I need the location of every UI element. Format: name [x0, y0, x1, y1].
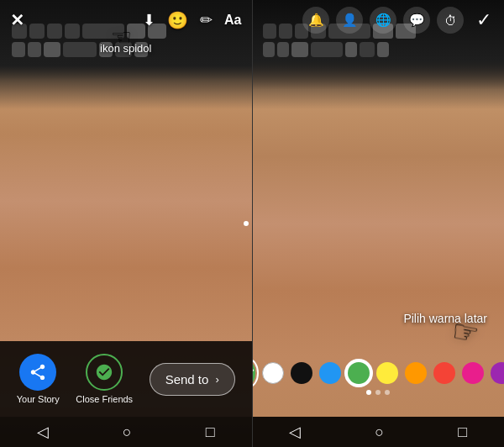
close-friends-label: Close Friends — [76, 394, 133, 404]
marker-icon[interactable]: ✏ — [200, 11, 213, 29]
color-black[interactable] — [291, 362, 312, 384]
nav-bar-right: ◁ ○ □ — [253, 417, 505, 447]
right-toolbar-icons: 🔔 👤 🌐 💬 ⏱ ✓ — [302, 7, 497, 34]
check-icon[interactable]: ✓ — [470, 7, 497, 34]
color-orange[interactable] — [405, 362, 427, 384]
color-red[interactable] — [433, 362, 455, 384]
color-purple[interactable] — [491, 362, 504, 384]
right-toolbar: 🔔 👤 🌐 💬 ⏱ ✓ — [253, 0, 505, 40]
sticker-icon[interactable]: 🙂 — [167, 10, 188, 30]
hand-cursor-left: ☞ — [111, 24, 132, 51]
color-blue[interactable] — [319, 362, 341, 384]
text-icon[interactable]: Aa — [224, 13, 241, 28]
bottom-bar-left: Your Story Close Friends Send to › — [0, 341, 252, 417]
pg-dot-1 — [366, 390, 371, 395]
message-icon[interactable]: 💬 — [403, 7, 430, 34]
send-to-label: Send to — [165, 372, 209, 387]
profile-icon[interactable]: 👤 — [336, 7, 363, 34]
your-story-label: Your Story — [17, 394, 60, 404]
right-panel: 🔔 👤 🌐 💬 ⏱ ✓ Pilih warna latar ☞ ◁ — [253, 0, 505, 447]
square-nav-right[interactable]: □ — [458, 423, 467, 441]
home-nav-right[interactable]: ○ — [375, 423, 384, 441]
send-to-button[interactable]: Send to › — [150, 363, 235, 396]
color-pink[interactable] — [462, 362, 484, 384]
color-white[interactable] — [262, 362, 284, 384]
globe-icon[interactable]: 🌐 — [370, 7, 396, 34]
color-green[interactable] — [348, 362, 370, 384]
back-nav-right[interactable]: ◁ — [289, 423, 301, 441]
close-icon[interactable]: ✕ — [10, 10, 24, 30]
toolbar-right: ⬇ 🙂 ✏ Aa — [143, 10, 241, 30]
timer-icon[interactable]: ⏱ — [437, 7, 464, 34]
color-green-pen[interactable] — [253, 362, 256, 384]
close-friends-icon-circle — [86, 354, 123, 391]
nav-bar-left: ◁ ○ □ — [0, 417, 252, 447]
back-nav-left[interactable]: ◁ — [37, 423, 49, 441]
your-story-button[interactable]: Your Story — [17, 354, 60, 404]
pg-dot-2 — [375, 390, 381, 395]
notification-icon[interactable]: 🔔 — [302, 7, 329, 34]
pg-dot-3 — [385, 390, 390, 395]
home-nav-left[interactable]: ○ — [123, 423, 132, 441]
chevron-icon: › — [215, 373, 218, 386]
share-icon-circle — [19, 354, 56, 391]
pagination-dots — [253, 390, 505, 395]
color-strip — [253, 362, 505, 384]
left-panel: ✕ ⬇ 🙂 ✏ Aa ☞ ikon spidol Your Story — [0, 0, 252, 447]
color-yellow[interactable] — [376, 362, 398, 384]
close-friends-button[interactable]: Close Friends — [76, 354, 133, 404]
download-icon[interactable]: ⬇ — [143, 11, 155, 29]
toolbar-left: ✕ — [10, 10, 24, 30]
square-nav-left[interactable]: □ — [206, 423, 215, 441]
scroll-indicator — [244, 221, 249, 226]
